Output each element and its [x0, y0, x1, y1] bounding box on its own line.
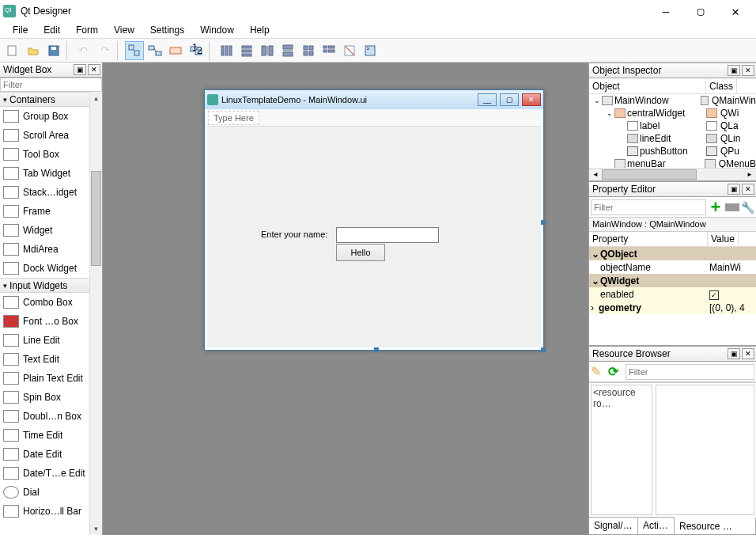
window-maximize-button[interactable]: ▢ [683, 0, 718, 22]
layout-vsplit-icon[interactable] [278, 41, 297, 60]
form-maximize-button[interactable]: ▢ [500, 93, 519, 106]
prop-row-enabled[interactable]: enabled✓ [589, 287, 756, 301]
widget-item-combobox[interactable]: Combo Box [0, 293, 102, 312]
layout-hsplit-icon[interactable] [258, 41, 277, 60]
resize-handle-e[interactable] [541, 220, 546, 225]
layout-form-icon[interactable] [319, 41, 338, 60]
resource-preview[interactable] [656, 385, 754, 515]
form-titlebar[interactable]: LinuxTemplateDemo - MainWindow.ui __ ▢ ✕ [205, 90, 543, 109]
widget-item-plaintextedit[interactable]: Plain Text Edit [0, 369, 102, 388]
form-menubar[interactable]: Type Here [207, 109, 541, 127]
form-minimize-button[interactable]: __ [478, 93, 497, 106]
widget-item-widget[interactable]: Widget [0, 221, 102, 240]
widget-item-scrollarea[interactable]: Scroll Area [0, 126, 102, 145]
widget-item-dockwidget[interactable]: Dock Widget [0, 259, 102, 278]
scroll-up-icon[interactable]: ▲ [90, 92, 102, 104]
mdi-area[interactable]: LinuxTemplateDemo - MainWindow.ui __ ▢ ✕… [103, 63, 588, 535]
menu-help[interactable]: Help [242, 23, 278, 37]
redo-icon[interactable] [95, 41, 114, 60]
add-property-icon[interactable]: + [708, 199, 724, 216]
resource-tree[interactable]: <resource ro… [591, 385, 652, 515]
widget-box-category-inputs[interactable]: ▾Input Widgets [0, 278, 102, 293]
widget-box-float-button[interactable]: ▣ [74, 64, 86, 75]
widget-item-textedit[interactable]: Text Edit [0, 350, 102, 369]
menu-view[interactable]: View [106, 23, 142, 37]
menu-settings[interactable]: Settings [142, 23, 192, 37]
prop-row-geometry[interactable]: ›geometry[(0, 0), 4 [589, 301, 756, 314]
reload-resources-icon[interactable]: ⟳ [608, 364, 624, 379]
menu-form[interactable]: Form [68, 23, 106, 37]
form-label-enter-name[interactable]: Enter your name: [261, 230, 327, 239]
type-here-placeholder[interactable]: Type Here [208, 111, 259, 125]
resize-handle-se[interactable] [541, 347, 546, 352]
menu-file[interactable]: File [5, 23, 36, 37]
object-inspector-float-button[interactable]: ▣ [728, 65, 740, 76]
resize-handle-s[interactable] [374, 347, 379, 352]
widget-box-close-button[interactable]: ✕ [88, 64, 100, 75]
property-filter-input[interactable] [591, 199, 706, 215]
remove-property-icon[interactable] [725, 203, 739, 211]
class-column[interactable]: Class [706, 78, 737, 93]
widget-item-toolbox[interactable]: Tool Box [0, 145, 102, 164]
menu-edit[interactable]: Edit [36, 23, 68, 37]
scroll-right-icon[interactable]: ► [743, 169, 756, 180]
layout-grid-icon[interactable] [299, 41, 318, 60]
widget-item-dateedit[interactable]: Date Edit [0, 445, 102, 464]
window-minimize-button[interactable]: — [648, 0, 683, 22]
layout-vertical-icon[interactable] [237, 41, 256, 60]
widget-item-fontcombox[interactable]: Font …o Box [0, 312, 102, 331]
tab-action-editor[interactable]: Acti… [638, 518, 675, 534]
menu-window[interactable]: Window [192, 23, 242, 37]
property-editor-close-button[interactable]: ✕ [742, 184, 754, 195]
widget-item-groupbox[interactable]: Group Box [0, 107, 102, 126]
object-row-pushButton[interactable]: pushButtonQPu [589, 145, 756, 157]
object-tree[interactable]: ⌄MainWindowQMainWin⌄centralWidgetQWilabe… [589, 94, 756, 168]
widget-item-datetimeedit[interactable]: Date/T…e Edit [0, 464, 102, 483]
object-tree-hscrollbar[interactable]: ◄ ► [589, 168, 756, 180]
widget-item-stackedwidget[interactable]: Stack…idget [0, 183, 102, 202]
new-form-icon[interactable] [3, 41, 22, 60]
object-column[interactable]: Object [589, 78, 706, 93]
object-row-MainWindow[interactable]: ⌄MainWindowQMainWin [589, 94, 756, 107]
object-row-lineEdit[interactable]: lineEditQLin [589, 132, 756, 145]
property-editor-float-button[interactable]: ▣ [728, 184, 740, 195]
undo-icon[interactable] [74, 41, 93, 60]
object-inspector-close-button[interactable]: ✕ [742, 65, 754, 76]
form-line-edit[interactable] [336, 227, 439, 243]
prop-section-qobject[interactable]: ⌄QObject [589, 247, 756, 260]
edit-signals-icon[interactable] [146, 41, 164, 60]
value-column[interactable]: Value [708, 232, 739, 246]
save-icon[interactable] [44, 41, 63, 60]
form-canvas[interactable]: Enter your name: Hello [207, 127, 541, 347]
property-settings-icon[interactable]: 🔧 [741, 201, 754, 214]
widget-box-scrollbar[interactable]: ▲ ▼ [89, 92, 102, 535]
edit-widgets-icon[interactable] [125, 41, 144, 60]
widget-item-hscrollbar[interactable]: Horizo…ll Bar [0, 502, 102, 521]
resource-filter-input[interactable] [626, 364, 754, 380]
widget-item-mdiarea[interactable]: MdiArea [0, 240, 102, 259]
property-column[interactable]: Property [589, 232, 708, 246]
widget-box-category-containers[interactable]: ▾Containers [0, 92, 102, 107]
edit-tab-order-icon[interactable]: 12 [187, 41, 206, 60]
widget-item-tabwidget[interactable]: Tab Widget [0, 164, 102, 183]
tab-resource-browser[interactable]: Resource … [675, 517, 756, 534]
prop-row-objectname[interactable]: objectNameMainWi [589, 260, 756, 274]
form-hello-button[interactable]: Hello [336, 244, 385, 261]
object-row-menuBar[interactable]: menuBarQMenuB [589, 157, 756, 168]
scroll-down-icon[interactable]: ▼ [90, 522, 102, 535]
widget-item-spinbox[interactable]: Spin Box [0, 388, 102, 407]
object-row-centralWidget[interactable]: ⌄centralWidgetQWi [589, 107, 756, 120]
resource-browser-float-button[interactable]: ▣ [728, 348, 740, 359]
adjust-size-icon[interactable] [361, 41, 380, 60]
enabled-checkbox[interactable]: ✓ [709, 290, 719, 300]
widget-item-doublespinbox[interactable]: Doubl…n Box [0, 407, 102, 426]
resource-browser-close-button[interactable]: ✕ [742, 348, 754, 359]
edit-resources-icon[interactable]: ✎ [591, 364, 607, 379]
widget-item-frame[interactable]: Frame [0, 202, 102, 221]
widget-box-filter-input[interactable] [0, 78, 102, 92]
tab-signals-slots[interactable]: Signal/Sl… [589, 518, 638, 534]
scroll-left-icon[interactable]: ◄ [589, 169, 602, 180]
form-window[interactable]: LinuxTemplateDemo - MainWindow.ui __ ▢ ✕… [204, 89, 544, 351]
widget-item-timeedit[interactable]: Time Edit [0, 426, 102, 445]
break-layout-icon[interactable] [340, 41, 359, 60]
